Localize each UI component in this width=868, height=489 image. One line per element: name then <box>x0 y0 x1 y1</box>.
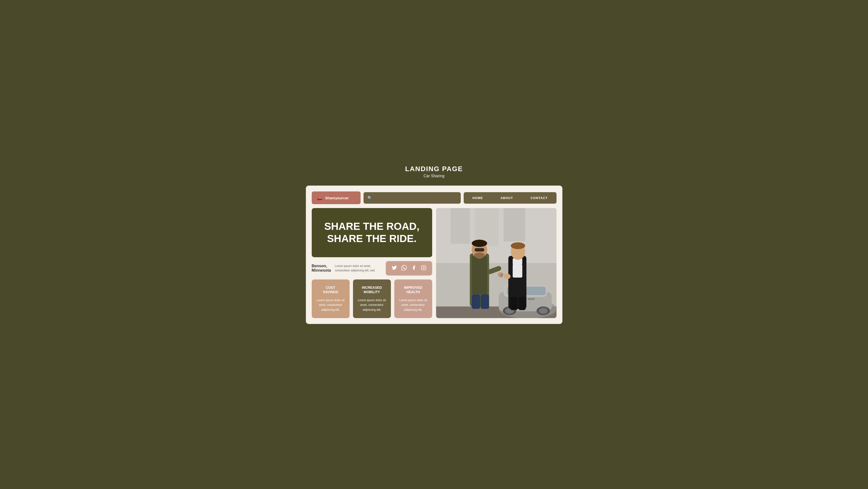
feature-cards: COSTSAVINGS Lorem ipsum dolor sit amet, … <box>312 280 432 318</box>
svg-rect-32 <box>480 294 489 309</box>
svg-point-30 <box>504 274 510 279</box>
nav-item-about[interactable]: ABOUT <box>492 192 522 204</box>
svg-point-20 <box>471 239 487 247</box>
logo-label: Shareyourcar <box>325 196 349 200</box>
logo-button[interactable]: 🚗 Shareyourcar <box>312 192 361 204</box>
svg-rect-0 <box>421 265 426 270</box>
svg-point-22 <box>474 253 485 258</box>
feature-card-mobility: INCREASEDMOBILITY Lorem ipsum dolor sit … <box>353 280 391 318</box>
svg-point-29 <box>510 242 525 249</box>
photo-scene <box>436 208 557 318</box>
search-icon: 🔍 <box>367 196 372 200</box>
car-icon: 🚗 <box>317 195 323 201</box>
page-subtitle: Car Sharing <box>405 174 463 178</box>
svg-rect-31 <box>471 294 480 309</box>
feature-title-0: COSTSAVINGS <box>317 285 345 294</box>
info-row: Benson,Minnesota Lorem ipsum dolor sit a… <box>312 261 432 276</box>
page-title-area: LANDING PAGE Car Sharing <box>405 165 463 178</box>
svg-rect-34 <box>518 297 526 310</box>
feature-card-health: IMPROVEDHEALTH Lorem ipsum dolor sit ame… <box>394 280 432 318</box>
twitter-icon[interactable] <box>392 265 397 271</box>
search-input[interactable] <box>375 196 457 200</box>
feature-card-cost-savings: COSTSAVINGS Lorem ipsum dolor sit amet, … <box>312 280 350 318</box>
location-description: Lorem ipsum dolor sit amet, consectetur … <box>335 264 382 272</box>
main-content: SHARE THE ROAD, SHARE THE RIDE. Benson,M… <box>312 208 557 318</box>
hero-banner: SHARE THE ROAD, SHARE THE RIDE. <box>312 208 432 257</box>
nav-item-contact[interactable]: CONTACT <box>522 192 557 204</box>
svg-rect-18 <box>471 256 487 294</box>
svg-rect-12 <box>527 298 535 300</box>
hero-headline: SHARE THE ROAD, SHARE THE RIDE. <box>324 220 420 245</box>
whatsapp-icon[interactable] <box>401 265 407 271</box>
feature-desc-1: Lorem ipsum dolor sit amet, consectetur … <box>358 298 386 312</box>
hero-line1: SHARE THE ROAD, <box>324 221 420 232</box>
hero-photo-panel <box>436 208 557 318</box>
nav-item-home[interactable]: HOME <box>464 192 492 204</box>
landing-page-container: 🚗 Shareyourcar 🔍 HOME ABOUT CONTACT SHAR… <box>306 185 562 324</box>
navigation: HOME ABOUT CONTACT <box>464 192 557 204</box>
location-box: Benson,Minnesota Lorem ipsum dolor sit a… <box>312 261 382 276</box>
search-bar[interactable]: 🔍 <box>364 192 461 204</box>
svg-rect-21 <box>474 248 484 252</box>
feature-title-1: INCREASEDMOBILITY <box>358 285 386 294</box>
svg-rect-6 <box>503 208 525 241</box>
header: 🚗 Shareyourcar 🔍 HOME ABOUT CONTACT <box>312 192 557 204</box>
location-name: Benson,Minnesota <box>312 264 331 272</box>
svg-rect-4 <box>451 208 470 244</box>
svg-rect-33 <box>510 297 518 310</box>
feature-desc-0: Lorem ipsum dolor sit amet, consectetur … <box>317 298 345 312</box>
left-column: SHARE THE ROAD, SHARE THE RIDE. Benson,M… <box>312 208 432 318</box>
svg-rect-27 <box>513 258 522 278</box>
page-main-title: LANDING PAGE <box>405 165 463 173</box>
facebook-icon[interactable] <box>411 265 416 271</box>
social-icons-box <box>386 261 432 276</box>
instagram-icon[interactable] <box>421 265 426 271</box>
svg-point-16 <box>539 308 548 314</box>
feature-desc-2: Lorem ipsum dolor sit amet, consectetur … <box>399 298 427 312</box>
feature-title-2: IMPROVEDHEALTH <box>399 285 427 294</box>
hero-line2: SHARE THE RIDE. <box>327 233 416 244</box>
